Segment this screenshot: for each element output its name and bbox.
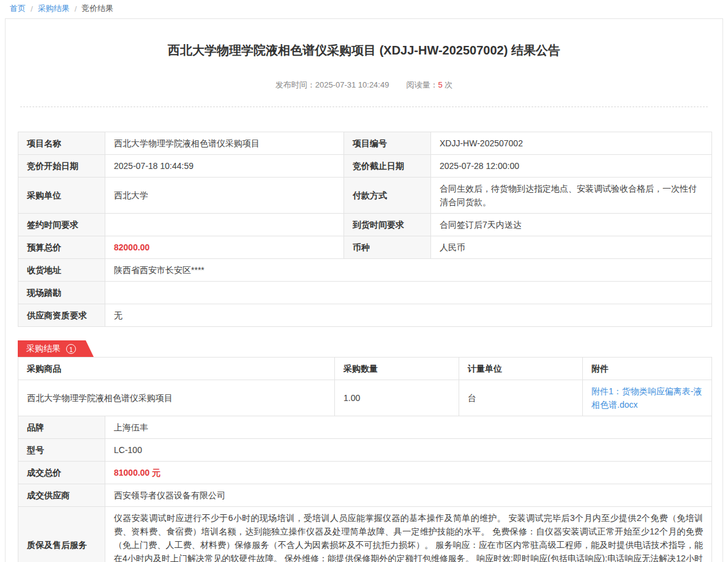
publish-time-value: 2025-07-31 10:24:49 xyxy=(315,80,389,89)
page-title: 西北大学物理学院液相色谱仪采购项目 (XDJJ-HW-202507002) 结果… xyxy=(20,42,708,59)
currency-label: 币种 xyxy=(344,236,431,259)
table-row: 竞价开始日期 2025-07-18 10:44:59 竞价截止日期 2025-0… xyxy=(18,155,712,178)
winning-supplier-label: 成交供应商 xyxy=(18,484,105,507)
table-header-row: 采购商品 采购数量 计量单位 附件 xyxy=(18,358,712,380)
product-name-cell: 西北大学物理学院液相色谱仪采购项目 xyxy=(18,380,335,416)
publish-time-label: 发布时间： xyxy=(276,80,315,89)
content-card: 西北大学物理学院液相色谱仪采购项目 (XDJJ-HW-202507002) 结果… xyxy=(5,18,723,562)
breadcrumb-separator: / xyxy=(75,4,77,13)
attachment-link[interactable]: 附件1：货物类响应偏离表-液相色谱.docx xyxy=(591,386,702,410)
model-label: 型号 xyxy=(18,439,105,462)
views-unit: 次 xyxy=(445,80,452,89)
budget-label: 预算总价 xyxy=(18,236,105,259)
budget-value: 82000.00 xyxy=(105,236,344,259)
product-column-header: 采购商品 xyxy=(18,358,335,380)
delivery-time-value: 合同签订后7天内送达 xyxy=(431,214,712,236)
table-row: 成交供应商 西安领导者仪器设备有限公司 xyxy=(18,484,712,507)
quantity-column-header: 采购数量 xyxy=(335,358,459,380)
bid-start-label: 竞价开始日期 xyxy=(18,155,105,178)
warranty-label: 质保及售后服务 xyxy=(18,507,105,562)
result-section-tag: 采购结果 1 xyxy=(18,340,94,357)
result-count-badge: 1 xyxy=(66,344,76,354)
deal-price-value: 81000.00 元 xyxy=(105,462,712,484)
bid-end-label: 竞价截止日期 xyxy=(344,155,431,178)
breadcrumb-current: 竞价结果 xyxy=(81,3,113,14)
breadcrumb-section-link[interactable]: 采购结果 xyxy=(38,3,70,14)
quantity-cell: 1.00 xyxy=(335,380,459,416)
payment-value: 合同生效后，待货物到达指定地点、安装调试验收合格后，一次性付清合同货款。 xyxy=(431,178,712,214)
project-code-value: XDJJ-HW-202507002 xyxy=(431,132,712,155)
warranty-value: 仪器安装调试时应进行不少于6小时的现场培训，受培训人员应能掌握仪器的基本操作及简… xyxy=(105,507,712,562)
project-name-label: 项目名称 xyxy=(18,132,105,155)
payment-label: 付款方式 xyxy=(344,178,431,214)
site-survey-value xyxy=(105,282,712,304)
table-row: 采购单位 西北大学 付款方式 合同生效后，待货物到达指定地点、安装调试验收合格后… xyxy=(18,178,712,214)
table-row: 型号 LC-100 xyxy=(18,439,712,462)
table-row: 收货地址 陕西省西安市长安区**** xyxy=(18,259,712,282)
brand-label: 品牌 xyxy=(18,416,105,439)
result-tag-label: 采购结果 xyxy=(26,343,61,354)
table-row: 供应商资质要求 无 xyxy=(18,304,712,327)
supplier-qualification-value: 无 xyxy=(105,304,712,327)
brand-value: 上海伍丰 xyxy=(105,416,712,439)
tables-wrapper: 项目名称 西北大学物理学院液相色谱仪采购项目 项目编号 XDJJ-HW-2025… xyxy=(6,107,722,562)
bid-start-value: 2025-07-18 10:44:59 xyxy=(105,155,344,178)
table-row: 成交总价 81000.00 元 xyxy=(18,462,712,484)
attachment-cell: 附件1：货物类响应偏离表-液相色谱.docx xyxy=(583,380,712,416)
article-meta: 发布时间：2025-07-31 10:24:49阅读量：5 次 xyxy=(20,80,708,107)
table-row: 现场踏勘 xyxy=(18,282,712,304)
currency-value: 人民币 xyxy=(431,236,712,259)
attachment-column-header: 附件 xyxy=(583,358,712,380)
result-detail-table: 品牌 上海伍丰 型号 LC-100 成交总价 81000.00 元 成交供应商 … xyxy=(18,416,712,562)
views-count: 5 xyxy=(438,80,442,89)
views-label: 阅读量： xyxy=(406,80,438,89)
result-product-table: 采购商品 采购数量 计量单位 附件 西北大学物理学院液相色谱仪采购项目 1.00… xyxy=(18,357,712,416)
table-row: 预算总价 82000.00 币种 人民币 xyxy=(18,236,712,259)
project-code-label: 项目编号 xyxy=(344,132,431,155)
sign-time-label: 签约时间要求 xyxy=(18,214,105,236)
project-name-value: 西北大学物理学院液相色谱仪采购项目 xyxy=(105,132,344,155)
table-row: 西北大学物理学院液相色谱仪采购项目 1.00 台 附件1：货物类响应偏离表-液相… xyxy=(18,380,712,416)
ship-address-value: 陕西省西安市长安区**** xyxy=(105,259,712,282)
table-row: 签约时间要求 到货时间要求 合同签订后7天内送达 xyxy=(18,214,712,236)
ship-address-label: 收货地址 xyxy=(18,259,105,282)
table-row: 质保及售后服务 仪器安装调试时应进行不少于6小时的现场培训，受培训人员应能掌握仪… xyxy=(18,507,712,562)
unit-cell: 台 xyxy=(459,380,583,416)
purchaser-value: 西北大学 xyxy=(105,178,344,214)
breadcrumb: 首页 / 采购结果 / 竞价结果 xyxy=(0,0,728,17)
breadcrumb-home-link[interactable]: 首页 xyxy=(10,3,26,14)
breadcrumb-separator: / xyxy=(31,4,33,13)
project-info-table: 项目名称 西北大学物理学院液相色谱仪采购项目 项目编号 XDJJ-HW-2025… xyxy=(18,132,712,327)
bid-end-value: 2025-07-28 12:00:00 xyxy=(431,155,712,178)
winning-supplier-value: 西安领导者仪器设备有限公司 xyxy=(105,484,712,507)
table-row: 项目名称 西北大学物理学院液相色谱仪采购项目 项目编号 XDJJ-HW-2025… xyxy=(18,132,712,155)
delivery-time-label: 到货时间要求 xyxy=(344,214,431,236)
sign-time-value xyxy=(105,214,344,236)
article-header: 西北大学物理学院液相色谱仪采购项目 (XDJJ-HW-202507002) 结果… xyxy=(6,19,722,107)
unit-column-header: 计量单位 xyxy=(459,358,583,380)
supplier-qualification-label: 供应商资质要求 xyxy=(18,304,105,327)
model-value: LC-100 xyxy=(105,439,712,462)
site-survey-label: 现场踏勘 xyxy=(18,282,105,304)
deal-price-label: 成交总价 xyxy=(18,462,105,484)
purchaser-label: 采购单位 xyxy=(18,178,105,214)
table-row: 品牌 上海伍丰 xyxy=(18,416,712,439)
